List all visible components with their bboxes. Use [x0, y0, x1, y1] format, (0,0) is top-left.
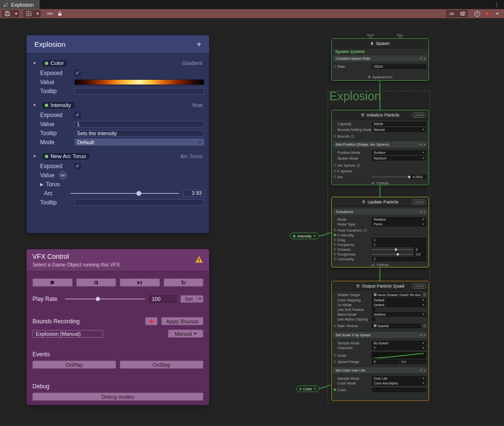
input-port[interactable]	[334, 354, 336, 357]
bounds-target-field[interactable]: Explosion (Manual)	[32, 330, 103, 338]
spawn-mode-dropdown[interactable]: Random	[372, 156, 426, 160]
tooltip-input[interactable]	[74, 88, 204, 95]
channels-dropdown[interactable]: Y	[372, 346, 426, 350]
exposed-checkbox[interactable]: ✓	[74, 70, 81, 76]
collapse-icon[interactable]: ▾	[424, 57, 425, 60]
block-enabled-checkbox[interactable]: ✓	[420, 333, 422, 337]
tooltip-input[interactable]: Sets the intensity	[74, 130, 204, 137]
chevron-down-icon[interactable]: ▾	[33, 103, 41, 107]
block-set-color-over-life[interactable]: Set Color over Life ✓ ▾	[333, 367, 427, 373]
spawn-event-output[interactable]: SpawnEvent	[332, 74, 429, 80]
sample-mode-dropdown[interactable]: Over Life	[372, 376, 426, 381]
play-rate-slider[interactable]	[65, 298, 145, 299]
chevron-down-icon[interactable]	[197, 296, 203, 302]
color-mapping-dropdown[interactable]: Default	[372, 298, 426, 302]
speed-range-max-field[interactable]: 0.4	[399, 360, 426, 364]
update-node[interactable]: Update Particle LOCAL Turbulence ✓ ▾ Mod…	[331, 197, 429, 267]
tab-explosion[interactable]: Explosion	[0, 0, 40, 9]
sample-mode-dropdown[interactable]: By Speed	[372, 341, 426, 345]
input-port[interactable]	[334, 239, 336, 241]
world-space-badge[interactable]: W	[59, 171, 67, 179]
position-mode-dropdown[interactable]: Surface	[372, 150, 426, 155]
foldout-arrow-icon[interactable]: ▶	[40, 182, 43, 187]
block-enabled-checkbox[interactable]: ✓	[420, 369, 422, 373]
octaves-field[interactable]: 3	[414, 247, 426, 252]
object-picker-icon[interactable]	[423, 293, 426, 297]
input-port[interactable]	[334, 176, 336, 178]
bounds-mode-dropdown[interactable]: Manual	[168, 330, 203, 338]
collapse-icon[interactable]: ▾	[424, 369, 425, 372]
input-port[interactable]	[334, 325, 336, 327]
alpha-clipping-checkbox[interactable]	[372, 318, 375, 321]
block-set-scale-by-speed[interactable]: Set Scale X by Speed ✓ ▾	[333, 332, 427, 338]
rate-field[interactable]: 25000	[372, 64, 426, 69]
input-port-connected[interactable]	[334, 234, 336, 236]
noise-type-dropdown[interactable]: Perlin	[372, 222, 426, 226]
exposed-checkbox[interactable]: ✓	[74, 163, 81, 169]
compile-dropdown-button[interactable]	[493, 10, 501, 17]
save-button[interactable]	[2, 10, 12, 17]
record-bounds-button[interactable]	[145, 317, 158, 325]
input-port[interactable]	[334, 229, 336, 232]
block-enabled-checkbox[interactable]: ✓	[420, 143, 422, 147]
property-pill-intensity[interactable]: Intensity	[41, 101, 76, 109]
speed-range-min-field[interactable]: 0	[372, 360, 399, 364]
capacity-field[interactable]: 65536	[372, 122, 426, 126]
add-property-button[interactable]: +	[197, 40, 201, 49]
block-turbulence[interactable]: Turbulence ✓ ▾	[333, 209, 427, 215]
soft-particle-checkbox[interactable]	[372, 308, 375, 311]
save-as-dropdown-button[interactable]	[34, 10, 41, 17]
collapse-icon[interactable]: ▾	[424, 210, 425, 213]
drag-field[interactable]: 1	[372, 238, 426, 242]
input-port-connected[interactable]	[334, 389, 336, 391]
roughness-slider[interactable]	[372, 254, 413, 255]
slider-handle[interactable]	[136, 191, 141, 196]
collapse-icon[interactable]: ▾	[424, 143, 425, 146]
input-port[interactable]	[334, 244, 336, 246]
onplay-button[interactable]: OnPlay	[32, 361, 116, 369]
roughness-field[interactable]: 0.5	[414, 252, 426, 256]
chevron-down-icon[interactable]: ▾	[33, 61, 41, 65]
shader-graph-object-field[interactable]: None (Shader Graph Vfx Asset)	[372, 293, 421, 297]
spawn-node-title[interactable]: Spawn	[332, 39, 429, 48]
onstop-button[interactable]: OnStop	[120, 361, 203, 369]
output-node[interactable]: Output Particle Quad LOCAL Shader Graph …	[331, 281, 429, 401]
pause-button[interactable]	[76, 278, 116, 287]
chevron-down-icon[interactable]: ▾	[33, 154, 41, 159]
input-port[interactable]	[334, 170, 336, 172]
octaves-slider[interactable]	[372, 249, 413, 250]
apply-bounds-button[interactable]: Apply Bounds	[161, 317, 203, 325]
set-play-rate-button[interactable]: Set	[180, 295, 203, 303]
slider-handle[interactable]	[397, 253, 399, 256]
save-dropdown-button[interactable]	[13, 10, 19, 17]
update-node-title[interactable]: Update Particle LOCAL	[332, 197, 429, 207]
block-enabled-checkbox[interactable]: ✓	[420, 210, 422, 214]
system-title[interactable]: Explosion	[329, 89, 381, 103]
initialize-node[interactable]: Initialize Particle LOCAL Capacity 65536…	[331, 110, 429, 185]
slider-handle[interactable]	[408, 176, 410, 178]
link-toggle[interactable]	[46, 10, 54, 17]
update-particle-output[interactable]: Particle	[332, 261, 429, 268]
input-port[interactable]	[334, 361, 336, 363]
save-as-button[interactable]	[23, 10, 34, 17]
initialize-particle-output[interactable]: Particle	[332, 180, 429, 186]
slider-handle[interactable]	[95, 297, 100, 301]
intensity-parameter-node[interactable]: Intensity	[290, 233, 319, 239]
lacunarity-field[interactable]: 2	[372, 257, 426, 261]
mode-dropdown[interactable]: Default	[74, 138, 204, 146]
help-button[interactable]: ?	[473, 10, 481, 17]
property-pill-color[interactable]: Color	[41, 59, 68, 67]
input-port[interactable]	[334, 253, 336, 256]
blend-mode-dropdown[interactable]: Additive	[372, 312, 426, 317]
block-add-position[interactable]: Add Position (Shape: Arc Sphere) ✓ ▾	[333, 141, 427, 148]
color-parameter-node[interactable]: Color	[296, 385, 319, 392]
color-mode-dropdown[interactable]: Color And Alpha	[372, 381, 426, 385]
bounds-mode-dropdown[interactable]: Manual	[372, 128, 426, 132]
arc-field[interactable]: 6.2831	[411, 175, 426, 179]
arc-value-input[interactable]: 3.93	[183, 190, 204, 197]
input-port[interactable]	[334, 164, 336, 167]
arc-slider[interactable]	[372, 177, 410, 177]
output-port[interactable]	[314, 388, 315, 390]
output-port[interactable]	[314, 235, 315, 237]
code-view-button[interactable]: <>	[446, 10, 457, 17]
